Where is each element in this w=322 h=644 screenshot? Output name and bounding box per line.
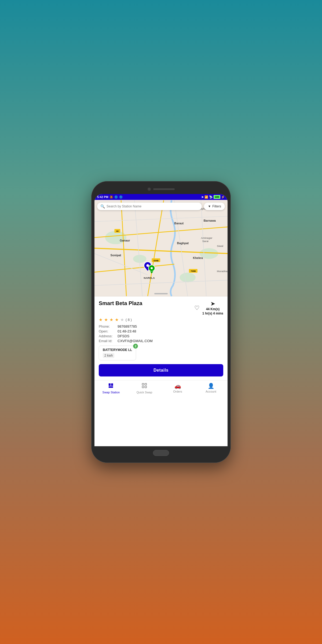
address-value: DFSDS: [118, 334, 129, 338]
phone-row: Phone: 9876897785: [99, 324, 223, 328]
svg-rect-47: [145, 386, 147, 387]
swap-station-label: Swap Station: [103, 391, 120, 394]
orders-label: Orders: [173, 390, 182, 393]
svg-point-36: [146, 264, 149, 267]
search-icon: 🔍: [100, 204, 105, 208]
open-value: 01:48-23:48: [118, 329, 136, 333]
search-bar: 🔍 ▼ Filters: [97, 203, 225, 210]
quick-swap-label: Quick Swap: [137, 391, 152, 394]
vpn-icon: 🔵: [114, 195, 118, 199]
station-header: Smart Beta Plaza ♡ ➤ 44 Km(s) 1 hr(s) 4 …: [99, 300, 223, 316]
svg-rect-43: [109, 386, 113, 388]
email-label: Email Id:: [99, 339, 118, 343]
direction-icon: ➤: [210, 300, 215, 307]
station-info-table: Phone: 9876897785 Open: 01:48-23:48 Addr…: [99, 324, 223, 343]
duration-text: 1 hr(s) 4 mins: [202, 312, 223, 316]
phone-camera: [147, 187, 151, 191]
battery-model: BATTERYMODE LL: [103, 348, 132, 352]
filter-button[interactable]: ▼ Filters: [204, 203, 225, 210]
phone-speaker: [153, 188, 175, 190]
phone-outer: 5:42 PM 🔕 🔵 🔵 ➤ 📶 📡 100 ⚡: [91, 181, 231, 463]
location-icon: ➤: [201, 195, 204, 199]
station-name: Smart Beta Plaza: [99, 300, 142, 306]
nav-orders[interactable]: 🚗 Orders: [161, 383, 194, 394]
map-drag-handle[interactable]: [154, 293, 168, 294]
details-button[interactable]: Details: [99, 364, 223, 376]
favorite-icon[interactable]: ♡: [194, 305, 200, 312]
bottom-nav: Swap Station Quick Swap 🚗 Orders: [94, 380, 228, 396]
address-row: Address: DFSDS: [99, 334, 223, 338]
svg-point-39: [151, 267, 153, 269]
battery-badge: 2: [133, 344, 138, 349]
mute-icon: 🔕: [109, 195, 113, 199]
nav-swap-station[interactable]: Swap Station: [94, 383, 128, 394]
star-1: ★: [99, 317, 103, 322]
svg-text:Khekra: Khekra: [193, 256, 203, 259]
svg-text:Ganaur: Ganaur: [120, 239, 130, 242]
info-panel: Smart Beta Plaza ♡ ➤ 44 Km(s) 1 hr(s) 4 …: [94, 297, 228, 380]
email-value: CXVFX@GMAIL.COM: [118, 339, 153, 343]
map-container: 44 334B 709B Ganaur Sonipat Baraut Baghp…: [94, 200, 228, 297]
phone-top-bar: [94, 184, 228, 194]
svg-text:Barnawa: Barnawa: [204, 219, 216, 222]
star-half: ★: [115, 317, 119, 322]
svg-text:709B: 709B: [191, 270, 196, 272]
svg-rect-46: [142, 386, 144, 387]
status-bar: 5:42 PM 🔕 🔵 🔵 ➤ 📶 📡 100 ⚡: [94, 194, 228, 200]
distance-duration: 44 Km(s) 1 hr(s) 4 mins: [202, 307, 223, 316]
quick-swap-icon: [141, 383, 147, 390]
address-label: Address:: [99, 334, 118, 338]
svg-text:Sonipat: Sonipat: [111, 254, 121, 257]
star-3: ★: [109, 317, 113, 322]
direction-block[interactable]: ➤ 44 Km(s) 1 hr(s) 4 mins: [202, 300, 223, 316]
svg-text:Aminagar: Aminagar: [201, 236, 213, 239]
account-label: Account: [206, 390, 216, 393]
phone-screen: 5:42 PM 🔕 🔵 🔵 ➤ 📶 📡 100 ⚡: [94, 194, 228, 446]
svg-point-3: [180, 273, 196, 282]
svg-rect-44: [142, 383, 144, 385]
phone-value: 9876897785: [118, 324, 137, 328]
svg-text:Baghpat: Baghpat: [177, 241, 189, 245]
nav-quick-swap[interactable]: Quick Swap: [128, 383, 161, 394]
signal-icon: 📶: [204, 195, 208, 199]
open-row: Open: 01:48-23:48: [99, 329, 223, 333]
battery-card: 2 BATTERYMODE LL 2 kwh: [99, 346, 136, 360]
svg-text:Baraut: Baraut: [174, 222, 184, 225]
search-input[interactable]: [107, 204, 199, 208]
battery-card-wrap: 2 BATTERYMODE LL 2 kwh: [99, 346, 223, 360]
filter-label: Filters: [212, 204, 221, 208]
distance-text: 44 Km(s): [202, 307, 223, 312]
svg-text:NARELA: NARELA: [144, 276, 155, 279]
wifi-icon: 📡: [209, 195, 213, 199]
search-input-wrap[interactable]: 🔍: [97, 203, 202, 210]
svg-text:Muradnag: Muradnag: [217, 270, 228, 273]
svg-rect-45: [145, 383, 147, 385]
email-row: Email Id: CXVFX@GMAIL.COM: [99, 339, 223, 343]
battery-kwh: 2 kwh: [103, 353, 114, 358]
home-button[interactable]: [153, 450, 169, 456]
svg-text:Siwal: Siwal: [217, 244, 223, 247]
lightning-icon: ⚡: [221, 195, 225, 199]
open-label: Open:: [99, 329, 118, 333]
orders-icon: 🚗: [174, 383, 181, 389]
svg-rect-41: [109, 383, 111, 386]
svg-rect-42: [111, 383, 113, 386]
svg-text:44: 44: [116, 230, 119, 232]
star-2: ★: [104, 317, 108, 322]
review-count: ( 8 ): [126, 318, 132, 322]
status-time: 5:42 PM: [97, 195, 108, 199]
battery-indicator: 100: [214, 195, 220, 199]
phone-label: Phone:: [99, 324, 118, 328]
filter-icon: ▼: [208, 204, 211, 208]
nav-account[interactable]: 👤 Account: [194, 383, 228, 394]
account-icon: 👤: [208, 383, 214, 389]
svg-text:334B: 334B: [153, 259, 159, 262]
swap-station-icon: [108, 383, 114, 390]
phone-bottom: [94, 446, 228, 460]
station-actions: ♡ ➤ 44 Km(s) 1 hr(s) 4 mins: [194, 300, 223, 316]
rating-row: ★ ★ ★ ★ ★ ( 8 ): [99, 317, 223, 322]
svg-text:Sarai: Sarai: [202, 240, 208, 243]
vpn2-icon: 🔵: [119, 195, 123, 199]
star-empty: ★: [120, 317, 124, 322]
